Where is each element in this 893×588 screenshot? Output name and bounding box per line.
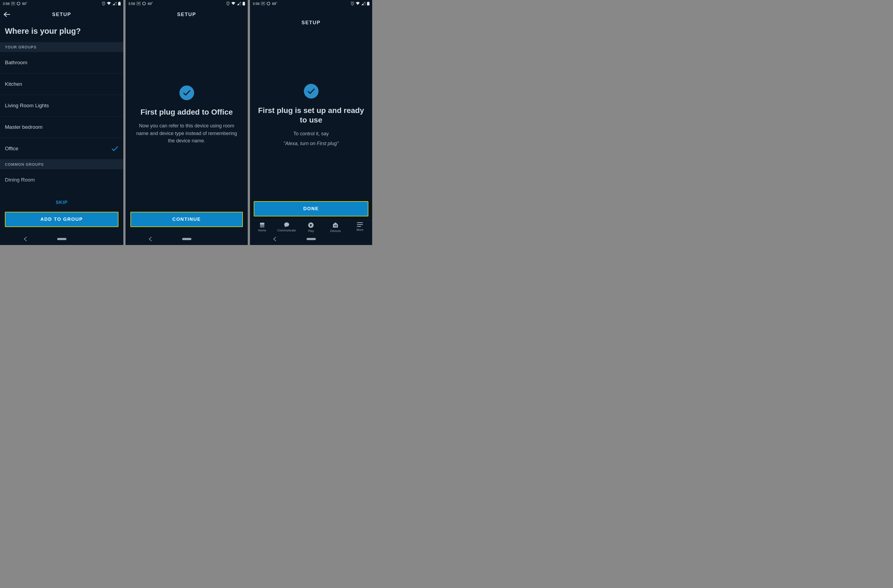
group-item-master-bedroom[interactable]: Master bedroom	[0, 116, 123, 138]
notification-card-icon	[11, 2, 15, 5]
nav-communicate[interactable]: Communicate	[274, 222, 299, 233]
signal-icon	[113, 2, 117, 5]
svg-point-17	[267, 2, 270, 5]
battery-icon	[243, 2, 245, 6]
complete-block: First plug is set up and ready to use To…	[250, 30, 372, 201]
status-bar: 3:58 90°	[0, 0, 123, 7]
svg-rect-13	[244, 2, 244, 2]
location-icon	[351, 2, 354, 6]
android-back-icon[interactable]	[148, 236, 152, 241]
svg-point-18	[352, 3, 353, 3]
page-heading: Where is your plug?	[0, 22, 123, 42]
group-item-living-room[interactable]: Living Room Lights	[0, 95, 123, 116]
nav-label: More	[357, 228, 364, 232]
svg-point-25	[334, 225, 335, 226]
alexa-ring-icon	[17, 2, 20, 6]
group-item-bathroom[interactable]: Bathroom	[0, 52, 123, 74]
svg-rect-21	[260, 223, 265, 225]
group-list[interactable]: Bathroom Kitchen Living Room Lights Mast…	[0, 52, 123, 195]
checkmark-icon	[111, 146, 119, 151]
android-nav-bar	[126, 233, 248, 245]
notification-card-icon	[137, 2, 140, 5]
header-title: SETUP	[177, 12, 196, 17]
nav-more[interactable]: More	[348, 222, 372, 233]
android-back-icon[interactable]	[273, 236, 277, 241]
android-nav-bar	[250, 233, 372, 245]
android-home-pill[interactable]	[182, 238, 191, 240]
svg-rect-5	[118, 2, 120, 6]
svg-rect-14	[261, 2, 265, 5]
status-time: 3:58	[253, 2, 260, 6]
status-temp: 89°	[272, 2, 277, 6]
complete-title: First plug is set up and ready to use	[258, 105, 364, 125]
screen-choose-group: 3:58 90° SETUP Where is your plug? YOUR …	[0, 0, 123, 245]
svg-rect-22	[260, 226, 265, 226]
wifi-icon	[107, 2, 111, 5]
group-item-kitchen[interactable]: Kitchen	[0, 74, 123, 95]
group-item-label: Bathroom	[5, 60, 27, 66]
notification-card-icon	[261, 2, 265, 5]
play-icon	[308, 222, 314, 228]
battery-icon	[118, 2, 120, 6]
speech-bubble-icon	[284, 222, 290, 227]
add-to-group-button[interactable]: ADD TO GROUP	[5, 212, 119, 227]
location-icon	[102, 2, 105, 6]
status-bar: 3:58 89°	[126, 0, 248, 7]
app-header: SETUP	[250, 7, 372, 30]
nav-devices[interactable]: Devices	[323, 222, 348, 233]
svg-point-4	[103, 3, 104, 3]
nav-label: Devices	[330, 229, 341, 233]
continue-button[interactable]: CONTINUE	[131, 212, 243, 227]
wifi-icon	[356, 2, 360, 5]
group-item-office[interactable]: Office	[0, 138, 123, 159]
android-home-pill[interactable]	[307, 238, 316, 240]
confirm-title: First plug added to Office	[140, 107, 233, 117]
header-title: SETUP	[301, 20, 320, 26]
devices-icon	[332, 222, 338, 228]
nav-label: Play	[308, 229, 314, 233]
success-check-icon	[179, 86, 194, 100]
android-home-pill[interactable]	[57, 238, 66, 240]
app-header: SETUP	[126, 7, 248, 22]
location-icon	[227, 2, 230, 6]
section-your-groups: YOUR GROUPS	[0, 42, 123, 52]
done-button[interactable]: DONE	[254, 201, 368, 217]
group-item-label: Living Room Lights	[5, 102, 49, 108]
status-temp: 90°	[22, 2, 27, 6]
status-time: 3:58	[128, 2, 135, 6]
svg-rect-7	[137, 2, 140, 5]
success-check-icon	[304, 84, 319, 99]
confirm-sub: Now you can refer to this device using r…	[134, 122, 240, 145]
skip-button[interactable]: SKIP	[0, 195, 123, 209]
android-nav-bar	[0, 233, 123, 245]
group-item-dining-room[interactable]: Dining Room	[0, 169, 123, 191]
signal-icon	[237, 2, 241, 5]
svg-point-3	[17, 2, 20, 5]
status-time: 3:58	[3, 2, 9, 6]
svg-rect-12	[243, 2, 245, 6]
home-icon	[259, 222, 265, 227]
group-item-label: Office	[5, 146, 18, 152]
svg-rect-26	[336, 225, 337, 227]
group-item-label: Dining Room	[5, 177, 35, 183]
android-back-icon[interactable]	[23, 236, 27, 241]
svg-rect-6	[119, 2, 120, 2]
wifi-icon	[231, 2, 236, 5]
alexa-ring-icon	[142, 2, 146, 6]
app-bottom-nav: Home Communicate Play Devices More	[250, 220, 372, 233]
screen-setup-complete: 3:58 89° SETUP First plug is set up and …	[250, 0, 372, 245]
svg-point-10	[143, 2, 146, 5]
complete-sub2: "Alexa, turn on First plug"	[283, 140, 339, 147]
signal-icon	[362, 2, 365, 5]
hamburger-icon	[357, 222, 363, 227]
status-temp: 89°	[147, 2, 153, 6]
svg-rect-19	[367, 2, 370, 6]
nav-label: Home	[258, 229, 266, 232]
header-title: SETUP	[52, 12, 71, 17]
svg-rect-23	[260, 227, 265, 227]
group-item-label: Master bedroom	[5, 124, 42, 130]
back-arrow-icon[interactable]	[3, 12, 11, 17]
svg-rect-20	[368, 2, 368, 2]
nav-play[interactable]: Play	[299, 222, 323, 233]
nav-home[interactable]: Home	[250, 222, 274, 233]
